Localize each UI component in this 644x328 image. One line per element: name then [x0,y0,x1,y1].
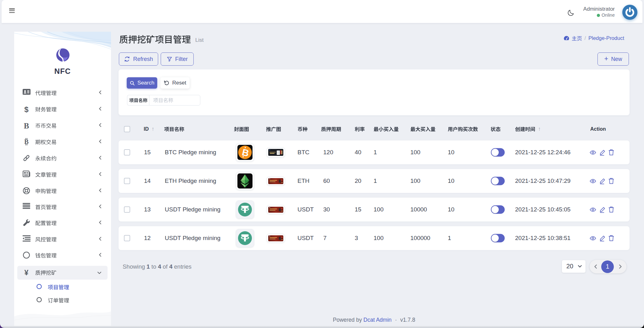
svg-text:B: B [24,138,29,145]
